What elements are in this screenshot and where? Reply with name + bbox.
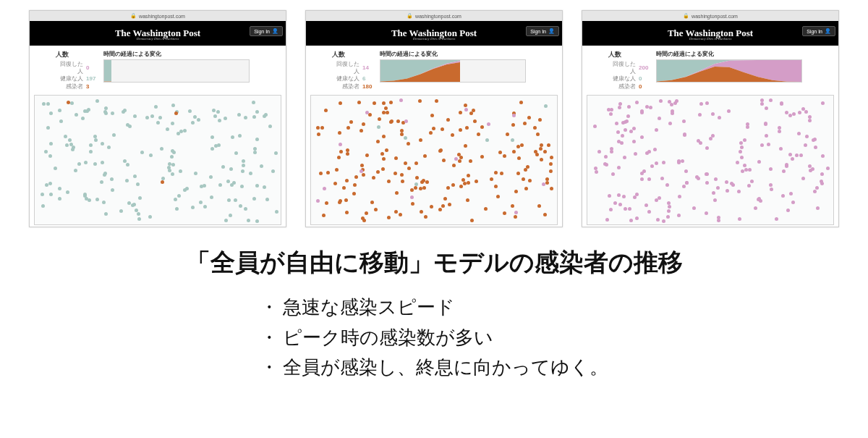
person-dot — [692, 206, 696, 210]
chart-box — [103, 59, 250, 83]
person-dot — [229, 167, 233, 171]
person-dot — [166, 127, 169, 131]
bullet-dot: ・ — [260, 292, 282, 323]
sign-in-button[interactable]: Sign In👤 — [250, 26, 283, 36]
legend-label: 回復した人 — [56, 61, 83, 75]
person-dot — [41, 193, 44, 196]
person-dot — [534, 150, 537, 153]
person-dot — [459, 111, 462, 114]
person-dot — [126, 163, 129, 167]
person-dot — [617, 166, 621, 169]
person-dot — [805, 135, 809, 138]
person-dot — [58, 109, 61, 112]
person-dot — [111, 188, 114, 192]
person-dot — [467, 174, 470, 177]
person-dot — [112, 133, 116, 137]
sign-in-button[interactable]: Sign In👤 — [802, 26, 835, 36]
person-dot — [549, 162, 553, 166]
person-dot — [662, 219, 665, 223]
person-dot — [49, 193, 53, 196]
legend-chart-col: 時間の経過による変化 — [656, 50, 802, 83]
person-dot — [668, 205, 671, 209]
url-domain: washingtonpost.com — [692, 14, 738, 19]
person-dot — [446, 118, 450, 122]
person-dot — [485, 138, 489, 142]
sign-in-button[interactable]: Sign In👤 — [526, 26, 559, 36]
person-dot — [801, 177, 805, 180]
person-dot — [438, 149, 442, 153]
person-dot — [150, 114, 154, 118]
site-header: The Washington PostDemocracy Dies in Dar… — [306, 21, 562, 46]
legend-label: 感染者 — [56, 83, 83, 90]
person-dot — [103, 172, 107, 175]
person-dot — [769, 98, 773, 102]
person-dot — [542, 182, 545, 186]
person-dot — [725, 180, 728, 184]
person-dot — [528, 179, 532, 182]
caption-bullets: ・急速な感染スピード・ピーク時の感染数が多い・全員が感染し、終息に向かってゆく。 — [260, 292, 608, 383]
caption-title-rest: モデルの感染者の推移 — [433, 248, 683, 276]
person-dot — [697, 177, 700, 180]
person-dot — [623, 156, 626, 159]
person-dot — [177, 194, 181, 198]
person-dot — [517, 156, 521, 160]
person-dot — [660, 177, 664, 180]
person-dot — [123, 159, 127, 163]
person-dot — [58, 197, 61, 201]
person-dot — [789, 192, 793, 195]
person-dot — [359, 169, 363, 173]
person-dot — [435, 99, 438, 103]
chart-box — [380, 59, 526, 83]
person-dot — [66, 190, 69, 194]
person-dot — [655, 128, 658, 132]
person-dot — [514, 215, 517, 219]
person-dot — [400, 129, 404, 132]
person-dot — [677, 161, 681, 164]
legend-value: 6 — [362, 75, 374, 83]
person-dot — [179, 169, 182, 173]
legend-label: 回復した人 — [332, 61, 359, 75]
person-dot — [107, 146, 111, 149]
person-dot — [659, 99, 663, 103]
person-dot — [253, 151, 257, 154]
person-dot — [464, 144, 467, 148]
person-dot — [102, 201, 106, 204]
person-dot — [469, 159, 472, 163]
sign-in-label: Sign In — [254, 29, 270, 34]
person-dot — [461, 178, 465, 182]
person-dot — [149, 153, 153, 157]
person-dot — [137, 217, 141, 221]
person-dot — [140, 151, 144, 154]
url-domain: washingtonpost.com — [415, 14, 461, 19]
person-dot — [396, 119, 400, 123]
person-dot — [394, 210, 398, 214]
person-dot — [171, 172, 174, 176]
person-dot — [635, 193, 639, 196]
bullet-item: ・全員が感染し、終息に向かってゆく。 — [260, 353, 608, 383]
person-dot — [605, 218, 609, 222]
legend-line-recovered: 回復した人200 — [608, 61, 650, 75]
person-dot — [231, 135, 234, 139]
person-dot — [520, 143, 524, 147]
person-dot — [188, 109, 192, 113]
person-dot — [362, 122, 365, 126]
person-dot — [484, 207, 488, 211]
person-dot — [370, 201, 374, 204]
person-dot — [550, 156, 553, 159]
legend-counts: 人数回復した人0健康な人197感染者3 — [56, 50, 98, 90]
person-dot — [618, 203, 622, 206]
person-dot — [268, 125, 272, 128]
person-dot — [274, 151, 278, 155]
person-dot — [382, 101, 386, 105]
person-dot — [712, 191, 715, 195]
person-dot — [194, 172, 197, 175]
chart-title: 時間の経過による変化 — [380, 50, 526, 58]
legend-value: 3 — [86, 83, 98, 90]
person-dot — [264, 113, 268, 117]
person-dot — [658, 117, 661, 120]
person-dot — [74, 169, 77, 172]
person-dot — [400, 132, 404, 136]
person-dot — [475, 180, 478, 183]
simulation-box — [310, 95, 558, 225]
person-dot — [545, 177, 549, 181]
